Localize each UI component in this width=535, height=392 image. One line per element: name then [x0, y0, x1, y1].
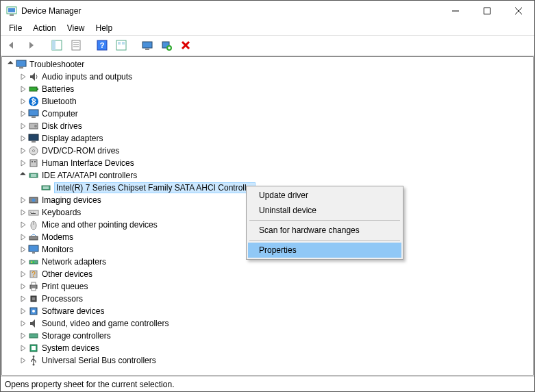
- tree-category-label: Print queues: [42, 282, 88, 291]
- expander-icon[interactable]: [18, 282, 28, 291]
- tree-category[interactable]: Computer: [2, 108, 533, 120]
- tree-category-label: Other devices: [42, 269, 92, 279]
- menu-action[interactable]: Action: [27, 22, 61, 34]
- svg-rect-66: [32, 282, 36, 285]
- view-button[interactable]: [113, 37, 129, 53]
- computer-icon: [28, 108, 39, 119]
- close-button[interactable]: [503, 1, 534, 21]
- tree-category[interactable]: Disk drives: [2, 120, 533, 132]
- expander-icon[interactable]: [6, 60, 16, 69]
- expander-icon[interactable]: [18, 84, 28, 94]
- tree-category[interactable]: Sound, video and game controllers: [2, 317, 533, 330]
- svg-rect-29: [37, 88, 38, 90]
- bluetooth-icon: [28, 96, 39, 107]
- scan-hardware-button[interactable]: [139, 37, 155, 53]
- expander-icon[interactable]: [18, 171, 28, 180]
- tree-category-label: Bluetooth: [42, 97, 77, 106]
- svg-rect-67: [32, 288, 36, 291]
- tree-category[interactable]: IDE ATA/ATAPI controllers: [2, 169, 533, 182]
- context-properties[interactable]: Properties: [248, 243, 401, 258]
- properties-button[interactable]: [68, 37, 84, 53]
- show-hide-tree-button[interactable]: [49, 37, 65, 53]
- svg-rect-1: [8, 8, 15, 12]
- menu-help[interactable]: Help: [90, 22, 119, 34]
- svg-point-71: [32, 310, 35, 313]
- expander-icon[interactable]: [18, 294, 28, 304]
- usb-icon: [28, 355, 39, 366]
- expander-icon[interactable]: [18, 356, 28, 365]
- tree-category[interactable]: Batteries: [2, 83, 533, 95]
- tree-root[interactable]: Troubleshooter: [2, 58, 533, 71]
- tree-category[interactable]: Display adapters: [2, 132, 533, 145]
- tree-category-label: Display adapters: [42, 134, 103, 143]
- tree-category[interactable]: Human Interface Devices: [2, 157, 533, 169]
- svg-rect-19: [145, 49, 149, 50]
- cpu-icon: [28, 293, 39, 304]
- audio-icon: [28, 71, 39, 82]
- tree-category-label: Monitors: [42, 245, 73, 254]
- tree-category[interactable]: Storage controllers: [2, 330, 533, 342]
- tree-category[interactable]: Software devices: [2, 305, 533, 317]
- expander-icon[interactable]: [18, 232, 28, 242]
- svg-rect-54: [31, 213, 36, 214]
- tree-category[interactable]: Universal Serial Bus controllers: [2, 354, 533, 367]
- tree-category[interactable]: ?Other devices: [2, 268, 533, 280]
- expander-icon[interactable]: [18, 109, 28, 119]
- context-menu: Update driver Uninstall device Scan for …: [246, 186, 403, 260]
- add-legacy-hardware-button[interactable]: [158, 37, 175, 53]
- forward-button[interactable]: [23, 37, 39, 53]
- tree-category[interactable]: DVD/CD-ROM drives: [2, 145, 533, 157]
- expander-icon[interactable]: [18, 134, 28, 143]
- tree-category-label: Network adapters: [42, 257, 106, 267]
- svg-text:?: ?: [100, 41, 105, 49]
- help-button[interactable]: ?: [94, 37, 110, 53]
- expander-icon[interactable]: [18, 72, 28, 82]
- expander-icon[interactable]: [18, 220, 28, 230]
- mouse-icon: [28, 219, 39, 230]
- tree-category-label: System devices: [42, 343, 99, 353]
- svg-rect-72: [29, 334, 38, 338]
- tree-category-label: Keyboards: [42, 208, 81, 217]
- sound-icon: [28, 318, 39, 329]
- minimize-button[interactable]: [440, 1, 471, 21]
- expander-icon[interactable]: [18, 208, 28, 217]
- context-scan-hardware[interactable]: Scan for hardware changes: [248, 223, 401, 238]
- svg-rect-50: [29, 210, 38, 215]
- expander-icon[interactable]: [18, 121, 28, 131]
- expander-icon[interactable]: [18, 158, 28, 168]
- context-update-driver[interactable]: Update driver: [248, 188, 401, 203]
- context-uninstall-device[interactable]: Uninstall device: [248, 203, 401, 218]
- tree-device-label: Intel(R) 7 Series Chipset Family SATA AH…: [54, 182, 256, 193]
- expander-icon[interactable]: [18, 343, 28, 353]
- menu-view[interactable]: View: [62, 22, 90, 34]
- expander-icon[interactable]: [18, 306, 28, 316]
- tree-category[interactable]: Audio inputs and outputs: [2, 71, 533, 83]
- svg-rect-35: [29, 134, 38, 140]
- menu-file[interactable]: File: [3, 22, 27, 34]
- expander-icon[interactable]: [18, 195, 28, 205]
- svg-rect-41: [34, 161, 36, 162]
- display-icon: [28, 133, 39, 144]
- svg-rect-31: [29, 110, 38, 116]
- maximize-button[interactable]: [471, 1, 503, 21]
- svg-rect-51: [30, 212, 31, 212]
- back-button[interactable]: [3, 37, 20, 53]
- context-separator: [249, 240, 400, 241]
- tree-category[interactable]: System devices: [2, 342, 533, 354]
- expander-icon[interactable]: [18, 331, 28, 341]
- tree-category[interactable]: Print queues: [2, 280, 533, 293]
- expander-icon[interactable]: [18, 257, 28, 267]
- expander-icon[interactable]: [18, 319, 28, 328]
- tree-category-label: IDE ATA/ATAPI controllers: [42, 171, 137, 180]
- uninstall-device-button[interactable]: [177, 37, 194, 53]
- tree-category-label: Audio inputs and outputs: [42, 72, 132, 82]
- system-icon: [28, 343, 39, 354]
- svg-rect-4: [484, 8, 490, 14]
- tree-category[interactable]: Bluetooth: [2, 95, 533, 108]
- expander-icon[interactable]: [18, 245, 28, 254]
- expander-icon[interactable]: [18, 97, 28, 106]
- expander-icon[interactable]: [18, 146, 28, 156]
- svg-point-75: [33, 356, 35, 358]
- expander-icon[interactable]: [18, 269, 28, 279]
- tree-category[interactable]: Processors: [2, 293, 533, 305]
